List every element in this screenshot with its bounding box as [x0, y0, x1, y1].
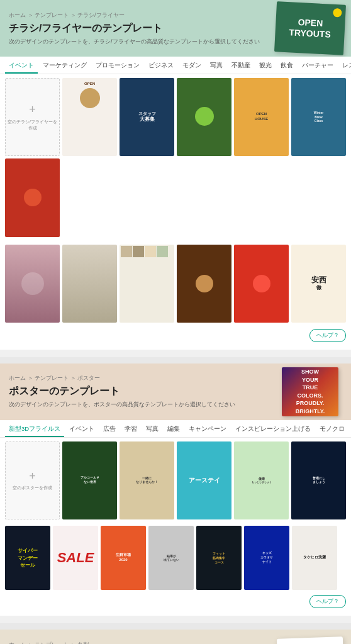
flyer-tab-promo[interactable]: プロモーション: [92, 59, 143, 74]
flyer-add-icon: +: [29, 103, 36, 116]
flyer-more-btn[interactable]: ヘルプ？: [309, 329, 346, 342]
poster-hero-l6: BRIGHTLY.: [296, 408, 325, 416]
poster-scroll-2[interactable]: SALE: [53, 526, 98, 590]
poster-tabs-bar: 新型3Dフライルス イベント 広告 学習 写真 編集 キャンペーン インスピレー…: [0, 420, 351, 438]
flyer-t9-text: [120, 245, 174, 323]
flyer-t4-text: OPEN HOUSE: [234, 78, 289, 156]
flyer-t12-text: 安西徹: [291, 245, 346, 323]
poster-tab-campaign[interactable]: キャンペーン: [185, 423, 230, 437]
flyer-t3-text: [177, 78, 231, 156]
poster-s5-text: フィット 筋肉集中 コース: [196, 526, 242, 590]
flyer-add-new[interactable]: + 空のチラシ/フライヤーを作成: [5, 78, 60, 156]
poster-t3-text: アーステイ: [177, 441, 231, 519]
poster-subtitle: 次のデザインのテンプレートを、ポスターの高品質なテンプレートから選択してください: [9, 401, 260, 409]
flyer-tab-event[interactable]: イベント: [5, 59, 38, 74]
flyer-template-4[interactable]: OPEN HOUSE: [234, 78, 289, 156]
meishi-hero-image: The Village RESORT & SPA www.thevillage.…: [269, 630, 351, 644]
flyer-tab-tourism[interactable]: 観光: [255, 59, 276, 74]
poster-hero-image: SHOW YOUR TRUE COLORS. PROUDLY. BRIGHTLY…: [269, 364, 351, 420]
poster-scroll-6[interactable]: キッズ カラオケ ナイト: [244, 526, 289, 590]
poster-hero-banner: ホーム ＞ テンプレート ＞ ポスター ポスターのテンプレート 次のデザインのテ…: [0, 364, 351, 420]
flyer-t11-text: [234, 245, 289, 323]
poster-template-5[interactable]: 普通にし ましょう: [291, 441, 346, 519]
flyer-tab-modern[interactable]: モダン: [179, 59, 205, 74]
flyer-hero-banner: ホーム ＞ テンプレート ＞ チラシ/フライヤー チラシ/フライヤーのテンプレー…: [0, 0, 351, 57]
flyer-template-1[interactable]: OPEN: [62, 78, 117, 156]
flyer-tab-restaurant[interactable]: レストラン: [338, 59, 351, 74]
flyer-t6-text: [5, 158, 60, 236]
poster-hero-l3: TRUE: [303, 384, 318, 392]
flyer-tab-marketing[interactable]: マーケティング: [39, 59, 91, 74]
poster-hero-text: ホーム ＞ テンプレート ＞ ポスター ポスターのテンプレート 次のデザインのテ…: [0, 368, 269, 415]
poster-scroll-1[interactable]: サイバー マンデー セール: [5, 526, 50, 590]
poster-template-2[interactable]: 一緒に なりませんか！: [120, 441, 174, 519]
poster-scroll-3[interactable]: 生鮮市場 2020: [101, 526, 146, 590]
flyer-subtitle: 次のデザインのテンプレートを、チラシ/フライヤーの高品質なテンプレートから選択し…: [9, 38, 260, 46]
poster-scroll-4[interactable]: 結果が 出ていない: [148, 526, 194, 590]
poster-add-icon: +: [29, 470, 36, 483]
poster-tab-mono[interactable]: モノクロ: [316, 423, 348, 437]
poster-scroll-7[interactable]: タケヒロ洗濯: [292, 526, 337, 590]
poster-more-btn[interactable]: ヘルプ？: [309, 595, 346, 608]
poster-scroll-row: サイバー マンデー セール SALE 生鮮市場 2020 結果が 出ていない: [0, 523, 351, 592]
flyer-tab-business[interactable]: ビジネス: [145, 59, 177, 74]
poster-tab-study[interactable]: 学習: [121, 423, 141, 437]
flyer-t8-text: [62, 245, 117, 323]
flyer-template-5[interactable]: Winter Brow Class: [291, 78, 346, 156]
flyer-template-9[interactable]: [120, 245, 174, 323]
poster-s1-text: サイバー マンデー セール: [5, 526, 50, 590]
poster-scroll-5[interactable]: フィット 筋肉集中 コース: [196, 526, 242, 590]
flyer-hero-text: ホーム ＞ テンプレート ＞ チラシ/フライヤー チラシ/フライヤーのテンプレー…: [0, 5, 269, 52]
poster-tab-edit[interactable]: 編集: [164, 423, 184, 437]
poster-template-3[interactable]: アーステイ: [177, 441, 231, 519]
flyer-breadcrumb: ホーム ＞ テンプレート ＞ チラシ/フライヤー: [9, 11, 260, 19]
flyer-hero-image: OPEN TRYOUTS: [269, 0, 351, 57]
poster-templates-area: + 空のポスターを作成 アルコール＃ ない世界 一緒に なりませんか！: [0, 438, 351, 523]
meishi-section: ホーム ＞ テンプレート ＞ 名刺 名刺のテンプレート 次のデザインのテンプレー…: [0, 630, 351, 644]
flyer-t7-text: [5, 245, 60, 323]
flyer-template-8[interactable]: [62, 245, 117, 323]
poster-tab-3d[interactable]: 新型3Dフライルス: [5, 423, 64, 437]
flyer-t1-text: OPEN: [62, 78, 117, 156]
flyer-section: ホーム ＞ テンプレート ＞ チラシ/フライヤー チラシ/フライヤーのテンプレー…: [0, 0, 351, 350]
flyer-tab-food[interactable]: 飲食: [277, 59, 297, 74]
poster-tab-event[interactable]: イベント: [65, 423, 98, 437]
meishi-hero-mock: The Village RESORT & SPA www.thevillage.…: [276, 636, 343, 644]
flyer-t5-text: Winter Brow Class: [291, 78, 346, 156]
flyer-template-11[interactable]: [234, 245, 289, 323]
flyer-template-6[interactable]: [5, 158, 60, 236]
poster-breadcrumb: ホーム ＞ テンプレート ＞ ポスター: [9, 374, 260, 382]
flyer-t10-text: [177, 245, 231, 323]
poster-template-4[interactable]: 健康 もっとしましょう: [234, 441, 289, 519]
flyer-template-10[interactable]: [177, 245, 231, 323]
poster-hero-mock: SHOW YOUR TRUE COLORS. PROUDLY. BRIGHTLY…: [282, 367, 338, 416]
flyer-tab-photo[interactable]: 写真: [206, 59, 226, 74]
poster-s7-text: タケヒロ洗濯: [292, 526, 337, 590]
poster-template-1[interactable]: アルコール＃ ない世界: [62, 441, 117, 519]
poster-t1-text: アルコール＃ ない世界: [62, 441, 117, 519]
poster-s4-text: 結果が 出ていない: [148, 526, 194, 590]
poster-add-label: 空のポスターを作成: [13, 485, 52, 491]
divider-2: [0, 623, 351, 630]
flyer-template-12[interactable]: 安西徹: [291, 245, 346, 323]
flyer-tab-realestate[interactable]: 不動産: [228, 59, 254, 74]
divider-1: [0, 357, 351, 364]
poster-title: ポスターのテンプレート: [9, 385, 260, 398]
flyer-templates-grid2: 安西徹: [5, 245, 346, 323]
flyer-hero-label2: TRYOUTS: [289, 27, 331, 40]
poster-add-new[interactable]: + 空のポスターを作成: [5, 441, 60, 519]
poster-t4-text: 健康 もっとしましょう: [234, 441, 289, 519]
poster-s2-text: SALE: [53, 526, 98, 590]
poster-t5-text: 普通にし ましょう: [291, 441, 346, 519]
poster-tab-photo[interactable]: 写真: [142, 423, 162, 437]
flyer-template-2[interactable]: スタッフ 大募集: [120, 78, 174, 156]
poster-hero-l5: PROUDLY.: [296, 399, 325, 408]
poster-section: ホーム ＞ テンプレート ＞ ポスター ポスターのテンプレート 次のデザインのテ…: [0, 364, 351, 616]
poster-tab-ad[interactable]: 広告: [99, 423, 120, 437]
poster-grid: + 空のポスターを作成 アルコール＃ ない世界 一緒に なりませんか！: [5, 441, 346, 519]
flyer-tab-virtual[interactable]: バーチャー: [298, 59, 337, 74]
poster-more-row: ヘルプ？: [0, 592, 351, 611]
flyer-template-7[interactable]: [5, 245, 60, 323]
flyer-template-3[interactable]: [177, 78, 231, 156]
poster-tab-insp[interactable]: インスピレーション上げる: [231, 423, 315, 437]
